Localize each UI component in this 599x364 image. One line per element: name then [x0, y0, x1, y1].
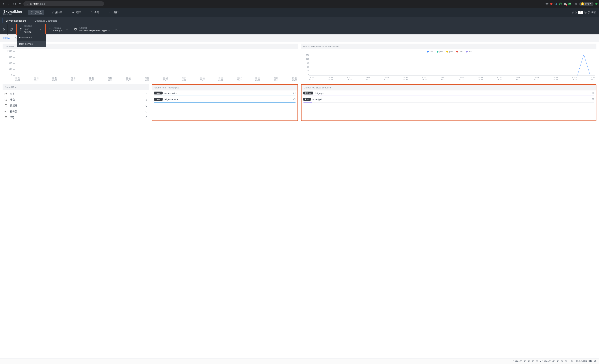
peak-line	[577, 54, 590, 75]
x-tick: 20:5303-22	[459, 77, 464, 81]
x-tick: 20:5203-22	[145, 77, 149, 81]
copy-icon[interactable]	[293, 98, 296, 100]
x-tick: 20:5703-22	[534, 77, 539, 81]
hdd-icon	[4, 110, 8, 113]
brief-label: 存储器	[10, 110, 18, 113]
x-tick: 20:4503-22	[15, 77, 20, 81]
reload-button[interactable]	[12, 2, 17, 6]
instance-selector[interactable]: 当前实例 user-service-pid:93728@Mac...	[71, 24, 121, 35]
topology-icon	[51, 11, 54, 14]
diamond-icon[interactable]	[554, 2, 557, 5]
instance-selector-label: 当前实例	[79, 27, 112, 29]
bars-icon	[4, 116, 8, 119]
profile-dot[interactable]	[575, 3, 577, 5]
instance-selector-value: user-service-pid:93728@Mac...	[79, 29, 112, 32]
panel-percentile-title: Global Response Time Percentile	[301, 44, 596, 49]
service-selector-label: 当前服务	[24, 25, 36, 28]
url-bar[interactable]: 127.0.0.1:8080	[23, 1, 104, 6]
x-tick: 20:5503-22	[497, 77, 502, 81]
x-tick: 20:4703-22	[52, 77, 57, 81]
list-item[interactable]: 1 cpmuser-service	[152, 90, 298, 97]
auto-label: 自动	[572, 11, 577, 14]
metric-badge: 4 ms	[303, 98, 311, 101]
copy-icon[interactable]	[591, 92, 594, 94]
footer: 2020-03-22 20:45:00 ~ 2020-03-22 21:00:0…	[0, 358, 599, 364]
ext-badge-7[interactable]: ▦7	[564, 3, 567, 5]
legend-p50[interactable]: p50	[427, 50, 433, 53]
heatmap-chart: 2000ms1500ms1000ms500ms0ms 20:4503-2220:…	[3, 49, 298, 81]
percentile-legend: p50p75p90p95p99	[301, 49, 596, 53]
forward-button[interactable]	[7, 2, 11, 6]
subtab-row: Global S e	[0, 35, 599, 42]
x-tick: 21:0003-22	[590, 77, 595, 81]
brief-label: MQ	[10, 116, 14, 119]
nav-topology[interactable]: 拓扑图	[49, 10, 65, 15]
home-button[interactable]	[18, 2, 22, 6]
logo-sub: Rocketbot	[3, 13, 23, 15]
svg-rect-11	[74, 28, 76, 30]
legend-p90[interactable]: p90	[446, 50, 453, 53]
refresh-label[interactable]: 刷新	[591, 11, 596, 14]
subtab-global[interactable]: Global	[3, 35, 11, 41]
x-tick: 21:0003-22	[292, 77, 297, 81]
dropdown-item-feign-service[interactable]: feign-service	[17, 41, 46, 47]
ext-badge-on[interactable]: on	[568, 3, 571, 5]
nav-topology-label: 拓扑图	[55, 11, 62, 14]
paused-pill[interactable]: ☻ 已暂停	[579, 2, 593, 6]
x-tick: 20:5203-22	[441, 77, 445, 81]
service-selector-highlight: 当前服务 user-service user-service feign-ser…	[16, 24, 46, 35]
chevron-down-icon	[66, 28, 68, 31]
browser-toolbar: 127.0.0.1:8080 ▦7 on ☻ 已暂停	[0, 0, 599, 8]
selector-row: 当前服务 user-service user-service feign-ser…	[0, 24, 599, 35]
throughput-list: 1 cpmuser-service1 cpmfeign-service	[152, 90, 298, 103]
panel-brief-title: Global Brief	[3, 84, 149, 90]
refresh-icon[interactable]	[588, 11, 590, 14]
lock-button[interactable]	[0, 24, 8, 35]
item-name: /feign/get	[315, 92, 325, 95]
copy-icon[interactable]	[293, 92, 296, 94]
service-selector[interactable]: 当前服务 user-service	[17, 24, 45, 35]
tab-database-dashboard[interactable]: Database Dashboard	[32, 18, 60, 23]
star-icon[interactable]	[546, 2, 548, 5]
footer-tz: 服务器时区 UTC +8	[576, 360, 596, 363]
ext-dot-green[interactable]	[595, 3, 598, 5]
list-item[interactable]: 4 ms/user/get	[301, 97, 596, 103]
legend-p75[interactable]: p75	[437, 50, 443, 53]
db-icon	[4, 104, 8, 107]
x-tick: 20:5403-22	[181, 77, 186, 81]
brief-count: 0	[146, 104, 147, 107]
endpoint-selector[interactable]: 当前端点 /user/get	[46, 24, 71, 35]
chevron-up-icon	[39, 28, 41, 31]
refresh-interval-input[interactable]: 6	[578, 11, 583, 14]
x-tick: 20:5803-22	[553, 77, 558, 81]
metric-badge: 1 cpm	[154, 92, 163, 95]
brief-count: 0	[146, 116, 147, 119]
nav-right: 自动 6 秒 刷新	[572, 11, 596, 14]
ext-dot-1[interactable]	[550, 3, 553, 5]
service-selector-value: user-service	[24, 28, 36, 34]
percentile-chart: 1501209060300 20:4503-2220:4603-2220:470…	[301, 53, 596, 81]
sync-button[interactable]	[8, 24, 15, 35]
footer-lang[interactable]: 中	[571, 360, 573, 363]
back-button[interactable]	[1, 2, 6, 6]
nav-dashboard[interactable]: 仪表盘	[28, 10, 44, 15]
nav-alarm[interactable]: 告警	[88, 10, 101, 15]
code-icon	[49, 28, 52, 31]
panel-throughput: Global Top Throughput 1 cpmuser-service1…	[152, 84, 298, 121]
brief-row-cube: 服务2	[3, 91, 148, 97]
x-tick: 20:4703-22	[347, 77, 352, 81]
list-item[interactable]: 150 ms/feign/get	[301, 90, 596, 97]
list-item[interactable]: 1 cpmfeign-service	[152, 97, 298, 103]
x-tick: 20:4603-22	[34, 77, 39, 81]
url-host: 127.0.0.1	[30, 3, 40, 5]
legend-p95[interactable]: p95	[456, 50, 463, 53]
copy-icon[interactable]	[591, 98, 594, 100]
nav-trace[interactable]: 追踪	[70, 10, 83, 15]
tab-service-dashboard[interactable]: Service Dashboard	[3, 18, 28, 23]
panel-throughput-title: Global Top Throughput	[152, 85, 298, 90]
legend-p99[interactable]: p99	[466, 50, 472, 53]
svg-rect-20	[592, 92, 594, 94]
nav-compare[interactable]: 指标对比	[106, 10, 124, 15]
dropdown-item-user-service[interactable]: user-service	[17, 34, 46, 41]
ext-ring[interactable]	[559, 3, 562, 5]
